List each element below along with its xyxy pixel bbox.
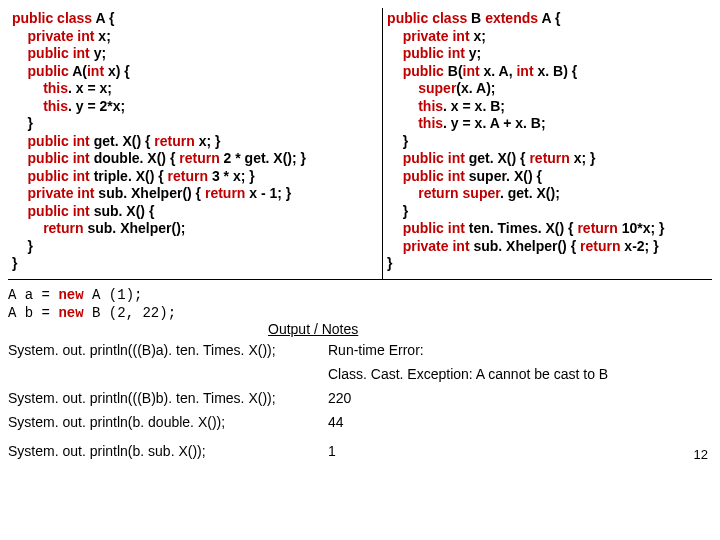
t: x; — [470, 28, 486, 44]
kw: this — [418, 115, 443, 131]
t: sub. X() { — [90, 203, 155, 219]
stmt-4: System. out. println(b. sub. X()); — [8, 440, 328, 464]
out-2: 220 — [328, 387, 712, 411]
code-columns: public class A { private int x; public i… — [8, 8, 712, 280]
kw: public int — [403, 220, 465, 236]
t: 10*x; } — [618, 220, 665, 236]
t: } — [403, 133, 408, 149]
kw: this — [43, 98, 68, 114]
t: x. A, — [480, 63, 517, 79]
t: A (1); — [84, 287, 143, 303]
t: B( — [444, 63, 463, 79]
t: . x = x. B; — [443, 98, 505, 114]
out-1: Run-time Error:Class. Cast. Exception: A… — [328, 339, 712, 387]
t: A { — [538, 10, 560, 26]
kw: return — [168, 168, 208, 184]
t: x; } — [570, 150, 596, 166]
kw: int — [87, 63, 104, 79]
class-a-code: public class A { private int x; public i… — [8, 8, 383, 279]
t: y; — [465, 45, 481, 61]
t: } — [403, 203, 408, 219]
t: sub. Xhelper() { — [470, 238, 580, 254]
t: 3 * x; } — [208, 168, 255, 184]
statements-outputs: System. out. println(((B)a). ten. Times.… — [8, 339, 712, 464]
declarations: A a = new A (1); A b = new B (2, 22); — [8, 286, 712, 324]
kw: return — [580, 238, 620, 254]
t: A b = — [8, 305, 58, 321]
t: } — [12, 255, 17, 271]
kw: return — [577, 220, 617, 236]
t: . y = x. A + x. B; — [443, 115, 545, 131]
stmt-3: System. out. println(b. double. X()); — [8, 411, 328, 435]
out-3: 44 — [328, 411, 712, 435]
kw: return — [205, 185, 245, 201]
kw: int — [463, 63, 480, 79]
t: B — [467, 10, 485, 26]
t: } — [28, 238, 33, 254]
t: } — [387, 255, 392, 271]
t: . get. X(); — [500, 185, 560, 201]
t: x) { — [104, 63, 130, 79]
t: get. X() { — [465, 150, 530, 166]
t: ten. Times. X() { — [465, 220, 578, 236]
t: (x. A); — [456, 80, 495, 96]
kw: private int — [403, 28, 470, 44]
kw: return — [43, 220, 83, 236]
page-number: 12 — [694, 447, 708, 462]
kw: public int — [28, 203, 90, 219]
kw: private int — [28, 28, 95, 44]
t: y; — [90, 45, 106, 61]
t: double. X() { — [90, 150, 179, 166]
kw: public int — [28, 168, 90, 184]
kw: new — [58, 287, 83, 303]
t: } — [28, 115, 33, 131]
kw: public class — [12, 10, 92, 26]
kw: extends — [485, 10, 538, 26]
kw: private int — [403, 238, 470, 254]
output-header: Output / Notes — [268, 321, 712, 337]
t: sub. Xhelper() { — [94, 185, 204, 201]
kw: return — [529, 150, 569, 166]
kw: return — [179, 150, 219, 166]
t: B (2, 22); — [84, 305, 176, 321]
t: x-2; } — [620, 238, 658, 254]
out-4: 1 — [328, 440, 712, 464]
stmt-2: System. out. println(((B)b). ten. Times.… — [8, 387, 328, 411]
kw: new — [58, 305, 83, 321]
kw: public int — [28, 45, 90, 61]
kw: public int — [28, 150, 90, 166]
t: . x = x; — [68, 80, 112, 96]
kw: return — [154, 133, 194, 149]
t: super. X() { — [465, 168, 542, 184]
t: x - 1; } — [245, 185, 291, 201]
kw: public int — [28, 133, 90, 149]
kw: public int — [403, 150, 465, 166]
kw: private int — [28, 185, 95, 201]
kw: public int — [403, 45, 465, 61]
kw: super — [418, 80, 456, 96]
t: sub. Xhelper(); — [84, 220, 186, 236]
t: get. X() { — [90, 133, 155, 149]
kw: this — [43, 80, 68, 96]
kw: public class — [387, 10, 467, 26]
t: . y = 2*x; — [68, 98, 125, 114]
kw: public int — [403, 168, 465, 184]
kw: return super — [418, 185, 500, 201]
class-b-code: public class B extends A { private int x… — [383, 8, 712, 279]
t: triple. X() { — [90, 168, 168, 184]
kw: this — [418, 98, 443, 114]
t: x; — [94, 28, 110, 44]
t: x. B) { — [534, 63, 578, 79]
t: 2 * get. X(); } — [220, 150, 306, 166]
t: A { — [92, 10, 114, 26]
stmt-1: System. out. println(((B)a). ten. Times.… — [8, 339, 328, 387]
bottom-section: A a = new A (1); A b = new B (2, 22); Ou… — [8, 280, 712, 465]
kw: public — [403, 63, 444, 79]
t: A a = — [8, 287, 58, 303]
kw: public — [28, 63, 69, 79]
kw: int — [516, 63, 533, 79]
t: A( — [69, 63, 87, 79]
t: x; } — [195, 133, 221, 149]
